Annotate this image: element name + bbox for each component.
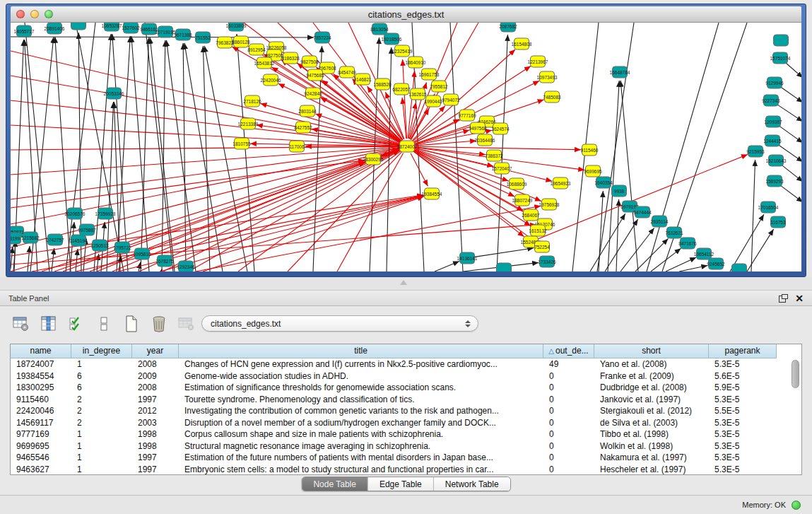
table-scrollbar[interactable] (792, 360, 800, 473)
table-cell: 6 (71, 370, 132, 382)
table-cell: Structural magnetic resonance image aver… (179, 440, 543, 452)
table-row[interactable]: 911546021997Tourette syndrome. Phenomeno… (11, 394, 801, 406)
graph-edge (139, 150, 400, 271)
column-header-title[interactable]: title (179, 344, 543, 358)
graph-node-label: 20053346 (104, 91, 124, 96)
graph-node-label: 1742757 (46, 238, 64, 243)
column-header-out_de[interactable]: △out_de... (543, 344, 594, 358)
status-bar: Memory: OK (0, 495, 812, 514)
graph-node[interactable] (71, 23, 86, 30)
column-header-name[interactable]: name (11, 344, 71, 358)
table-settings-button[interactable] (11, 315, 31, 333)
table-cell: 5.9E-5 (709, 382, 777, 394)
table-cell: 9699695 (11, 440, 71, 452)
graph-edge (616, 199, 619, 271)
graph-node-label: 18724007 (397, 144, 418, 149)
graph-edge (666, 257, 696, 271)
column-header-pagerank[interactable]: pagerank (709, 344, 777, 358)
graph-node-label: 1733426 (538, 259, 556, 264)
split-pane-divider[interactable] (0, 277, 812, 290)
table-row[interactable]: 1872400712008Changes of HCN gene express… (11, 358, 801, 370)
table-row[interactable]: 946554611997Estimation of the future num… (11, 452, 801, 464)
table-cell: Genome-wide association studies in ADHD. (179, 370, 543, 382)
memory-ok-indicator-icon (792, 501, 801, 510)
new-table-button[interactable] (122, 315, 141, 333)
tab-edge-table[interactable]: Edge Table (367, 477, 433, 491)
graph-node-label: 116753 (770, 220, 786, 225)
table-settings-icon (13, 316, 30, 332)
table-cell: Tibbo et al. (1998) (594, 428, 709, 440)
table-row[interactable]: 946362711997Embryonic stem cells: a mode… (11, 464, 801, 475)
tab-node-table[interactable]: Node Table (302, 477, 367, 491)
table-cell: 1997 (132, 464, 179, 475)
graph-node-label: 7955812 (430, 84, 448, 89)
close-panel-icon[interactable]: ✕ (795, 293, 804, 303)
column-select-button[interactable] (39, 315, 59, 333)
graph-node-label: 9671388 (174, 33, 192, 37)
table-selector-dropdown[interactable]: citations_edges.txt (201, 315, 478, 332)
delete-rows-button[interactable] (149, 315, 169, 333)
column-header-short[interactable]: short (594, 344, 709, 358)
divider-grip-icon[interactable] (400, 280, 407, 285)
graph-node-label: 1588520 (373, 82, 392, 87)
graph-node[interactable] (774, 35, 789, 46)
table-row[interactable]: 1830029562008Estimation of significance … (11, 382, 801, 394)
table-cell: 1 (71, 428, 132, 440)
graph-node-label: 9975887 (78, 228, 96, 233)
graph-node-label: 1095810 (133, 252, 151, 257)
column-header-in_degree[interactable]: in_degree (71, 344, 132, 358)
table-cell: 1998 (132, 440, 179, 452)
row-height-button[interactable] (94, 315, 114, 333)
table-cell: 9465546 (11, 452, 71, 464)
table-row[interactable]: 2242004622012Investigating the contribut… (11, 405, 801, 417)
scrollbar-thumb[interactable] (792, 360, 799, 388)
graph-edge (415, 146, 581, 150)
graph-node-label: 19384554 (422, 192, 442, 197)
table-cell: 9463627 (11, 464, 71, 475)
table-cell: Changes of HCN gene expression and I(f) … (179, 358, 543, 370)
graph-node-label: 8860128 (232, 40, 250, 45)
graph-node-label: 7963822 (216, 40, 234, 45)
graph-edge (28, 246, 30, 271)
float-window-icon[interactable] (779, 294, 788, 303)
table-cell: 0 (543, 417, 594, 429)
table-cell: 22420046 (11, 405, 71, 417)
graph-node[interactable] (497, 263, 512, 271)
graph-node-label: 9227343 (762, 98, 780, 103)
graph-edge (139, 262, 141, 271)
table-row[interactable]: 977716911998Corpus callosum shape and si… (11, 428, 801, 440)
select-rows-button[interactable] (66, 315, 86, 333)
network-window-titlebar[interactable]: citations_edges.txt (11, 6, 801, 23)
table-cell: Wolkin et al. (1998) (594, 440, 709, 452)
table-row[interactable]: 1456911722003Disruption of a novel membe… (11, 417, 801, 429)
table-cell: 1 (71, 464, 132, 475)
graph-edge (781, 186, 801, 202)
graph-node-label: 3624574 (491, 127, 510, 132)
graph-node-label: 10653287 (102, 23, 122, 28)
delete-table-button[interactable] (177, 315, 196, 333)
trash-icon (151, 315, 167, 332)
table-cell: 0 (543, 464, 594, 475)
graph-node-label: 16648784 (610, 70, 630, 75)
graph-node-label: 7386372 (485, 153, 503, 158)
graph-node-label: 18640910 (406, 60, 426, 65)
graph-node-label: 8912954 (247, 47, 266, 52)
graph-edge (599, 191, 603, 271)
table-cell: 5.3E-5 (709, 394, 777, 406)
table-row[interactable]: 969969511998Structural magnetic resonanc… (11, 440, 801, 452)
graph-node-label: 8454749 (338, 70, 356, 75)
graph-node-label: 17016504 (758, 205, 779, 210)
table-cell: Investigating the contribution of common… (179, 405, 543, 417)
table-toolbar: f(x) (11, 313, 224, 334)
graph-node-label: 9777169 (458, 113, 476, 118)
column-header-year[interactable]: year (132, 344, 179, 358)
table-cell: Estimation of significance thresholds fo… (179, 382, 543, 394)
network-canvas[interactable]: 1872400779638228860128891295418226058982… (11, 23, 801, 271)
tab-network-table[interactable]: Network Table (433, 477, 510, 491)
graph-node-label: 2803144 (298, 109, 317, 114)
table-row[interactable]: 1938455462009Genome-wide association stu… (11, 370, 801, 382)
table-cell: 0 (543, 382, 594, 394)
graph-node[interactable] (732, 264, 747, 271)
graph-node-label: 18226058 (266, 45, 287, 50)
graph-edge (408, 71, 415, 139)
